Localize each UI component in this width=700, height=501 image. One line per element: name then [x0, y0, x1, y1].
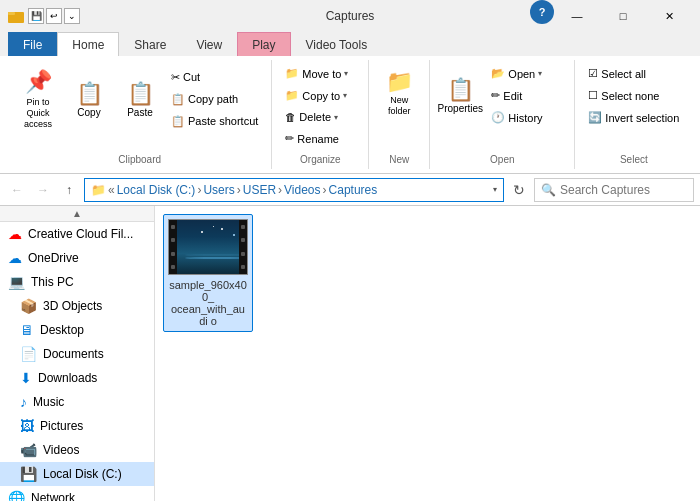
tab-video-tools[interactable]: Video Tools [291, 32, 383, 56]
main-content: ▲ ☁ Creative Cloud Fil... ☁ OneDrive 💻 T… [0, 206, 700, 501]
select-group: ☑ Select all ☐ Select none 🔄 Invert sele… [575, 60, 692, 169]
path-users[interactable]: Users [203, 183, 234, 197]
paste-shortcut-button[interactable]: 📋 Paste shortcut [166, 112, 263, 131]
pictures-icon: 🖼 [20, 418, 34, 434]
path-arrow[interactable]: ▾ [493, 185, 497, 194]
invert-selection-button[interactable]: 🔄 Invert selection [583, 108, 684, 127]
select-all-button[interactable]: ☑ Select all [583, 64, 684, 83]
search-box: 🔍 [534, 178, 694, 202]
ribbon-tabs: File Home Share View Play Video Tools [0, 32, 700, 56]
search-input[interactable] [560, 183, 687, 197]
sidebar-label-pictures: Pictures [40, 419, 83, 433]
local-disk-icon: 💾 [20, 466, 37, 482]
sidebar-item-this-pc[interactable]: 💻 This PC [0, 270, 154, 294]
path-c-drive[interactable]: Local Disk (C:) [117, 183, 196, 197]
organize-col: 📁 Move to ▾ 📁 Copy to ▾ 🗑 Delete ▾ ✏ Ren… [280, 64, 360, 148]
tab-home[interactable]: Home [57, 32, 119, 56]
file-item-ocean-video[interactable]: sample_960x400_ ocean_with_audi o [163, 214, 253, 332]
path-user[interactable]: USER [243, 183, 276, 197]
history-button[interactable]: 🕐 History [486, 108, 566, 127]
paste-icon: 📋 [127, 81, 154, 107]
documents-icon: 📄 [20, 346, 37, 362]
file-thumbnail [168, 219, 248, 275]
tab-share[interactable]: Share [119, 32, 181, 56]
film-hole-r [241, 238, 245, 242]
back-button[interactable]: ← [6, 179, 28, 201]
new-folder-button[interactable]: 📁 Newfolder [377, 64, 421, 122]
film-hole [171, 238, 175, 242]
copy-to-button[interactable]: 📁 Copy to ▾ [280, 86, 360, 105]
copy-button[interactable]: 📋 Copy [64, 71, 114, 127]
minimize-button[interactable]: — [554, 0, 600, 32]
copy-path-icon: 📋 [171, 93, 185, 106]
sidebar-item-videos[interactable]: 📹 Videos [0, 438, 154, 462]
path-captures[interactable]: Captures [329, 183, 378, 197]
sidebar-item-network[interactable]: 🌐 Network [0, 486, 154, 501]
search-icon: 🔍 [541, 183, 556, 197]
delete-button[interactable]: 🗑 Delete ▾ [280, 108, 360, 126]
help-button[interactable]: ? [530, 0, 554, 24]
edit-icon: ✏ [491, 89, 500, 102]
up-button[interactable]: ↑ [58, 179, 80, 201]
clipboard-row: 📌 Pin to Quickaccess 📋 Copy 📋 Paste ✂ Cu… [16, 64, 263, 134]
copy-path-button[interactable]: 📋 Copy path [166, 90, 263, 109]
properties-label: Properties [438, 103, 484, 114]
sidebar-item-3d-objects[interactable]: 📦 3D Objects [0, 294, 154, 318]
sidebar-label-onedrive: OneDrive [28, 251, 79, 265]
cut-button[interactable]: ✂ Cut [166, 68, 263, 87]
address-path[interactable]: 📁 « Local Disk (C:) › Users › USER › Vid… [84, 178, 504, 202]
paste-shortcut-icon: 📋 [171, 115, 185, 128]
quick-access-btn-3[interactable]: ⌄ [64, 8, 80, 24]
tab-file[interactable]: File [8, 32, 57, 56]
sidebar-label-desktop: Desktop [40, 323, 84, 337]
sidebar-item-creative-cloud[interactable]: ☁ Creative Cloud Fil... [0, 222, 154, 246]
videos-icon: 📹 [20, 442, 37, 458]
tab-view[interactable]: View [181, 32, 237, 56]
open-small-col: 📂 Open ▾ ✏ Edit 🕐 History [486, 64, 566, 127]
music-icon: ♪ [20, 394, 27, 410]
sidebar-label-creative-cloud: Creative Cloud Fil... [28, 227, 133, 241]
organize-label: Organize [300, 150, 341, 165]
close-button[interactable]: ✕ [646, 0, 692, 32]
quick-access-btn-1[interactable]: 💾 [28, 8, 44, 24]
onedrive-icon: ☁ [8, 250, 22, 266]
sidebar-item-onedrive[interactable]: ☁ OneDrive [0, 246, 154, 270]
quick-access-btn-2[interactable]: ↩ [46, 8, 62, 24]
path-videos[interactable]: Videos [284, 183, 320, 197]
film-hole-r [241, 225, 245, 229]
paste-button[interactable]: 📋 Paste [118, 71, 162, 127]
refresh-button[interactable]: ↻ [508, 179, 530, 201]
delete-arrow: ▾ [334, 113, 338, 122]
edit-button[interactable]: ✏ Edit [486, 86, 566, 105]
sidebar-label-network: Network [31, 491, 75, 501]
3d-objects-icon: 📦 [20, 298, 37, 314]
select-col: ☑ Select all ☐ Select none 🔄 Invert sele… [583, 64, 684, 127]
file-label: sample_960x400_ ocean_with_audi o [168, 279, 248, 327]
sidebar-label-local-disk: Local Disk (C:) [43, 467, 122, 481]
sidebar-item-pictures[interactable]: 🖼 Pictures [0, 414, 154, 438]
sidebar-scroll-up[interactable]: ▲ [0, 206, 154, 222]
maximize-button[interactable]: □ [600, 0, 646, 32]
move-to-button[interactable]: 📁 Move to ▾ [280, 64, 360, 83]
rename-icon: ✏ [285, 132, 294, 145]
properties-icon: 📋 [447, 77, 474, 103]
sidebar-item-local-disk[interactable]: 💾 Local Disk (C:) [0, 462, 154, 486]
tab-play[interactable]: Play [237, 32, 290, 56]
star-3 [233, 234, 235, 236]
sidebar-item-music[interactable]: ♪ Music [0, 390, 154, 414]
sidebar-item-desktop[interactable]: 🖥 Desktop [0, 318, 154, 342]
rename-button[interactable]: ✏ Rename [280, 129, 360, 148]
title-bar-left: 💾 ↩ ⌄ [8, 8, 80, 24]
pin-quick-access-button[interactable]: 📌 Pin to Quickaccess [16, 64, 60, 134]
sidebar-item-downloads[interactable]: ⬇ Downloads [0, 366, 154, 390]
properties-button[interactable]: 📋 Properties [438, 68, 482, 124]
open-button[interactable]: 📂 Open ▾ [486, 64, 566, 83]
sidebar-item-documents[interactable]: 📄 Documents [0, 342, 154, 366]
open-icon: 📂 [491, 67, 505, 80]
copy-to-arrow: ▾ [343, 91, 347, 100]
select-none-button[interactable]: ☐ Select none [583, 86, 684, 105]
star-1 [201, 231, 203, 233]
clipboard-col: 📋 Copy [64, 71, 114, 127]
downloads-icon: ⬇ [20, 370, 32, 386]
forward-button[interactable]: → [32, 179, 54, 201]
